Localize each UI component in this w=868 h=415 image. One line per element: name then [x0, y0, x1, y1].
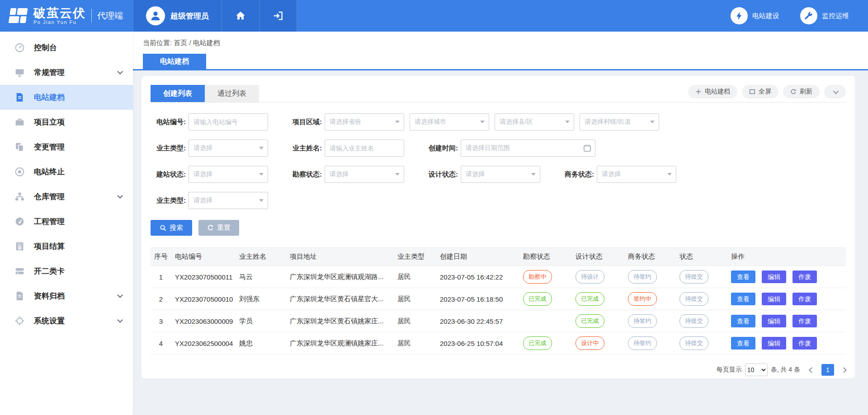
- page-number-1[interactable]: 1: [821, 364, 834, 376]
- topbar-shortcuts: 电站建设 监控运维: [731, 0, 868, 32]
- station-code: YX2023070500011: [171, 266, 236, 288]
- province-select[interactable]: 请选择省份: [325, 113, 404, 131]
- row-index: 4: [151, 332, 171, 354]
- design-status-label: 设计状态:: [423, 170, 458, 179]
- refresh-button[interactable]: 刷新: [783, 85, 820, 98]
- design-status-badge: 已完成: [576, 314, 604, 328]
- sidebar-item-project-initiation[interactable]: 项目立项: [0, 110, 133, 135]
- wrench-icon: [804, 11, 814, 21]
- street-select[interactable]: 请选择村镇/街道: [580, 113, 659, 131]
- panel-toolbar: 电站建档 全屏 刷新: [688, 85, 846, 98]
- edit-button[interactable]: 编辑: [762, 315, 786, 327]
- owner-type-select[interactable]: 请选择: [189, 140, 268, 157]
- create-date: 2023-07-05 16:18:50: [436, 288, 519, 310]
- chevron-down-icon: [117, 69, 123, 75]
- void-button[interactable]: 作废: [793, 270, 817, 283]
- sidebar-item-engineering[interactable]: 工程管理: [0, 209, 133, 234]
- user-name: 超级管理员: [170, 11, 209, 21]
- page-header: 当前位置: 首页 / 电站建档 电站建档: [133, 32, 868, 70]
- settings-icon: [14, 316, 25, 326]
- project-address: 广东深圳龙华区观澜镇姚家庄...: [286, 332, 394, 354]
- view-button[interactable]: 查看: [731, 293, 755, 305]
- design-status-select[interactable]: 请选择: [461, 166, 540, 183]
- panel-tabstrip: 创建列表 通过列表 电站建档 全屏: [151, 85, 846, 103]
- edit-button[interactable]: 编辑: [762, 337, 786, 350]
- sidebar-item-data-archive[interactable]: 资料归档: [0, 284, 133, 308]
- sidebar-item-system-settings[interactable]: 系统设置: [0, 308, 133, 333]
- view-button[interactable]: 查看: [731, 337, 755, 350]
- station-code-input[interactable]: [189, 113, 268, 131]
- caret-down-icon: [480, 121, 485, 123]
- page-size-select[interactable]: 10: [745, 364, 768, 376]
- search-button[interactable]: 搜索: [151, 220, 192, 236]
- briefcase-icon: [14, 117, 25, 127]
- shortcut-monitor-ops[interactable]: 监控运维: [800, 7, 849, 24]
- dashboard-icon: [14, 42, 25, 53]
- next-page-icon[interactable]: [841, 367, 847, 373]
- tab-create-list[interactable]: 创建列表: [151, 85, 205, 102]
- owner-name: 刘强东: [236, 288, 286, 310]
- business-status-badge: 待签约: [628, 336, 657, 350]
- create-date: 2023-06-30 22:45:57: [436, 310, 519, 332]
- chevron-down-icon: [117, 193, 123, 199]
- refresh-icon: [790, 89, 797, 95]
- brand-name: 破茧云伏: [33, 7, 86, 19]
- sidebar-item-warehouse[interactable]: 仓库管理: [0, 184, 133, 209]
- reset-button[interactable]: 重置: [198, 220, 239, 236]
- tab-passed-list[interactable]: 通过列表: [205, 85, 259, 102]
- page-tab-station-archive[interactable]: 电站建档: [143, 54, 206, 69]
- shortcut-station-build[interactable]: 电站建设: [731, 7, 779, 24]
- caret-down-icon: [650, 121, 655, 123]
- view-button[interactable]: 查看: [731, 270, 755, 283]
- survey-status-select[interactable]: 请选择: [325, 166, 404, 183]
- business-status-select[interactable]: 请选择: [597, 166, 676, 183]
- owner-type2-select[interactable]: 请选择: [189, 192, 268, 209]
- home-button[interactable]: [222, 0, 259, 32]
- table-row: 1 YX2023070500011 马云 广东深圳龙华区观澜镇观湖路... 居民…: [151, 266, 846, 288]
- table-row: 2 YX2023070500010 刘强东 广东深圳龙华区黄石镇星官大... 居…: [151, 288, 846, 310]
- sidebar-item-change-management[interactable]: 变更管理: [0, 135, 133, 159]
- sitemap-icon: [14, 191, 25, 202]
- build-status-select[interactable]: 请选择: [189, 166, 268, 183]
- create-station-button[interactable]: 电站建档: [688, 85, 737, 98]
- prev-page-icon[interactable]: [809, 367, 815, 373]
- owner-name-input[interactable]: [325, 140, 404, 157]
- design-status-badge: 设计中: [576, 336, 604, 350]
- archive-document-icon: [14, 291, 25, 301]
- view-button[interactable]: 查看: [731, 315, 755, 327]
- sidebar-item-general[interactable]: 常规管理: [0, 60, 133, 85]
- logout-button[interactable]: [259, 0, 297, 32]
- sidebar-item-station-termination[interactable]: 电站终止: [0, 159, 133, 184]
- top-bar: 破茧云伏 Po Jian Yun Fu 代理端 超级管理员: [0, 0, 868, 32]
- project-address: 广东深圳龙华区观澜镇观湖路...: [286, 266, 394, 288]
- collapse-toolbar-button[interactable]: [824, 85, 846, 98]
- logout-icon: [272, 10, 284, 22]
- owner-name: 姚忠: [236, 332, 286, 354]
- fullscreen-button[interactable]: 全屏: [742, 85, 778, 98]
- edit-button[interactable]: 编辑: [762, 270, 786, 283]
- chevron-down-icon: [117, 317, 123, 323]
- sidebar-item-project-settlement[interactable]: 项目结算: [0, 234, 133, 259]
- create-time-label: 创建时间:: [423, 144, 458, 153]
- void-button[interactable]: 作废: [793, 293, 817, 305]
- business-status-badge: 待签约: [628, 314, 657, 328]
- region-label: 项目区域:: [287, 118, 322, 126]
- status-badge: 待提交: [679, 336, 708, 350]
- user-menu[interactable]: 超级管理员: [133, 0, 222, 32]
- district-select[interactable]: 请选择县/区: [495, 113, 574, 131]
- pagination: 每页显示 10 条, 共 4 条 1: [151, 364, 846, 376]
- sidebar-item-station-archive[interactable]: 电站建档: [0, 85, 133, 110]
- project-address: 广东深圳龙华区黄石镇星官大...: [286, 288, 394, 310]
- survey-status-badge: 已完成: [523, 336, 552, 350]
- city-select[interactable]: 请选择城市: [410, 113, 489, 131]
- user-icon: [149, 9, 162, 23]
- design-status-badge: 待设计: [576, 270, 604, 284]
- edit-button[interactable]: 编辑: [762, 293, 786, 305]
- create-date: 2023-07-05 16:42:22: [436, 266, 519, 288]
- void-button[interactable]: 作废: [793, 315, 817, 327]
- sidebar-item-dashboard[interactable]: 控制台: [0, 35, 133, 60]
- date-range-input[interactable]: 请选择日期范围: [461, 140, 595, 157]
- sidebar-item-type2-card[interactable]: 开二类卡: [0, 259, 133, 284]
- void-button[interactable]: 作废: [793, 337, 817, 350]
- portal-label: 代理端: [91, 9, 123, 23]
